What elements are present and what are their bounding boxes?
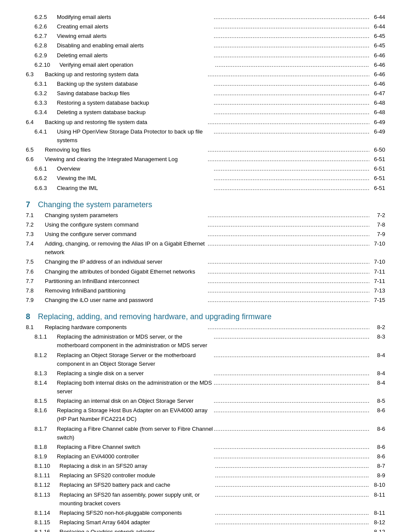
entry-text: Replacing a Fibre Channel cable (from se… (57, 425, 214, 442)
entry-page: 6-51 (370, 174, 385, 183)
entry-text: Changing the iLO user name and password (45, 296, 208, 305)
entry-num: 7.4 (26, 240, 45, 248)
entry-num: 8.1.9 (34, 452, 57, 461)
entry-page: 6-46 (370, 80, 385, 88)
entry-num: 7.3 (26, 230, 45, 239)
entry-text: Replacing an SFS20 fan assembly, power s… (59, 491, 215, 508)
entry-num: 8.1.7 (34, 425, 57, 433)
entry-dots: ........................................… (214, 351, 370, 358)
entry-text: Verifying email alert operation (59, 61, 215, 69)
toc-entry: 6.3.4Deleting a system database backup..… (26, 108, 385, 117)
toc-entry: 8.1.7Replacing a Fibre Channel cable (fr… (26, 425, 385, 442)
entry-text: Replacing the administration or MDS serv… (57, 333, 214, 350)
entry-page: 6-45 (370, 32, 385, 40)
entry-dots: ........................................… (214, 369, 370, 376)
entry-num: 8.1.16 (34, 528, 59, 532)
entry-num: 7.2 (26, 221, 45, 229)
entry-page: 6-51 (370, 155, 385, 164)
toc-entry: 6.4Backing up and restoring file system … (26, 118, 385, 127)
entry-dots: ........................................… (214, 89, 370, 96)
toc-section-6: 6.2.5Modifying email alerts.............… (26, 13, 385, 193)
entry-dots: ........................................… (215, 518, 370, 525)
toc-entry: 8.1.8Replacing a Fibre Channel switch...… (26, 443, 385, 451)
toc-entry: 6.4.1Using HP OpenView Storage Data Prot… (26, 128, 385, 145)
entry-text: Replacing a Storage Host Bus Adapter on … (57, 406, 214, 423)
entry-num: 8.1.10 (34, 462, 59, 470)
entry-dots: ........................................… (215, 462, 370, 469)
entry-num: 6.6.2 (34, 174, 57, 183)
entry-text: Using HP OpenView Storage Data Protector… (57, 128, 214, 145)
entry-page: 8-6 (370, 443, 385, 451)
entry-text: Backing up and restoring system data (45, 70, 208, 79)
entry-dots: ........................................… (214, 443, 370, 450)
entry-dots: ........................................… (208, 268, 370, 274)
entry-num: 7.8 (26, 286, 45, 295)
entry-num: 8.1.1 (34, 333, 57, 341)
entry-text: Replacing an SFS20 battery pack and cach… (59, 481, 215, 489)
entry-num: 6.2.10 (34, 61, 59, 69)
entry-page: 8-4 (370, 351, 385, 360)
entry-dots: ........................................… (208, 146, 370, 152)
toc-section-7: 7.1Changing system parameters...........… (26, 211, 385, 305)
toc-entry: 6.2.9Deleting email alerts..............… (26, 51, 385, 60)
toc-entry: 8.1.13Replacing an SFS20 fan assembly, p… (26, 491, 385, 508)
entry-page: 7-10 (370, 258, 385, 266)
entry-page: 6-46 (370, 70, 385, 79)
entry-page: 6-48 (370, 99, 385, 107)
toc-entry: 6.2.8Disabling and enabling email alerts… (26, 41, 385, 50)
toc-entry: 6.3.3Restoring a system database backup.… (26, 99, 385, 107)
entry-num: 6.6.1 (34, 165, 57, 173)
entry-text: Partitioning an InfiniBand interconnect (45, 277, 208, 286)
entry-num: 6.2.5 (34, 13, 57, 22)
entry-dots: ........................................… (214, 41, 370, 48)
toc-section-8: 8.1Replacing hardware components........… (26, 323, 385, 532)
entry-page: 7-10 (370, 240, 385, 248)
entry-num: 7.5 (26, 258, 45, 266)
entry-dots: ........................................… (215, 481, 370, 488)
entry-page: 6-49 (370, 118, 385, 127)
entry-text: Replacing hardware components (45, 323, 208, 332)
toc-entry: 6.6.1Overview...........................… (26, 165, 385, 173)
toc-entry: 7.9Changing the iLO user name and passwo… (26, 296, 385, 305)
chapter-8-num: 8 (26, 312, 38, 321)
entry-dots: ........................................… (214, 452, 370, 459)
entry-num: 6.3.2 (34, 89, 57, 98)
entry-text: Replacing a Quadrics network adapter (59, 528, 215, 532)
entry-page: 7-15 (370, 296, 385, 305)
entry-page: 6-45 (370, 41, 385, 50)
entry-text: Removing InfiniBand partitioning (45, 286, 208, 295)
entry-dots: ........................................… (214, 32, 370, 39)
toc-entry: 7.7Partitioning an InfiniBand interconne… (26, 277, 385, 286)
toc-entry: 8.1.2Replacing an Object Storage Server … (26, 351, 385, 368)
toc-entry: 8.1.11Replacing an SFS20 controller modu… (26, 471, 385, 480)
entry-text: Adding, changing, or removing the Alias … (45, 240, 208, 257)
entry-text: Disabling and enabling email alerts (57, 41, 214, 50)
entry-text: Viewing the IML (57, 174, 214, 183)
entry-page: 7-2 (370, 211, 385, 220)
entry-text: Replacing an EVA4000 controller (57, 452, 214, 461)
entry-num: 7.1 (26, 211, 45, 220)
entry-page: 8-3 (370, 333, 385, 341)
entry-text: Replacing an Object Storage Server or th… (57, 351, 214, 368)
entry-dots: ........................................… (215, 491, 370, 498)
entry-page: 7-13 (370, 286, 385, 295)
toc-entry: 6.6.3Clearing the IML...................… (26, 184, 385, 193)
entry-text: Replacing Smart Array 6404 adapter (59, 518, 215, 527)
toc-entry: 7.3Using the configure server command...… (26, 230, 385, 239)
entry-dots: ........................................… (208, 296, 370, 303)
entry-page: 6-51 (370, 165, 385, 173)
entry-page: 7-8 (370, 221, 385, 229)
entry-text: Removing log files (45, 146, 208, 154)
entry-dots: ........................................… (214, 13, 370, 20)
entry-num: 6.3.3 (34, 99, 57, 107)
toc-entry: 6.6Viewing and clearing the Integrated M… (26, 155, 385, 164)
toc-entry: 8.1.1Replacing the administration or MDS… (26, 333, 385, 350)
entry-num: 6.6 (26, 155, 45, 164)
toc-entry: 8.1.10Replacing a disk in an SFS20 array… (26, 462, 385, 470)
toc-entry: 7.8Removing InfiniBand partitioning.....… (26, 286, 385, 295)
toc-entry: 6.2.6Creating email alerts..............… (26, 22, 385, 31)
entry-num: 8.1.8 (34, 443, 57, 451)
toc-entry: 7.4Adding, changing, or removing the Ali… (26, 240, 385, 257)
entry-num: 8.1.4 (34, 379, 57, 387)
entry-text: Viewing and clearing the Integrated Mana… (45, 155, 208, 164)
